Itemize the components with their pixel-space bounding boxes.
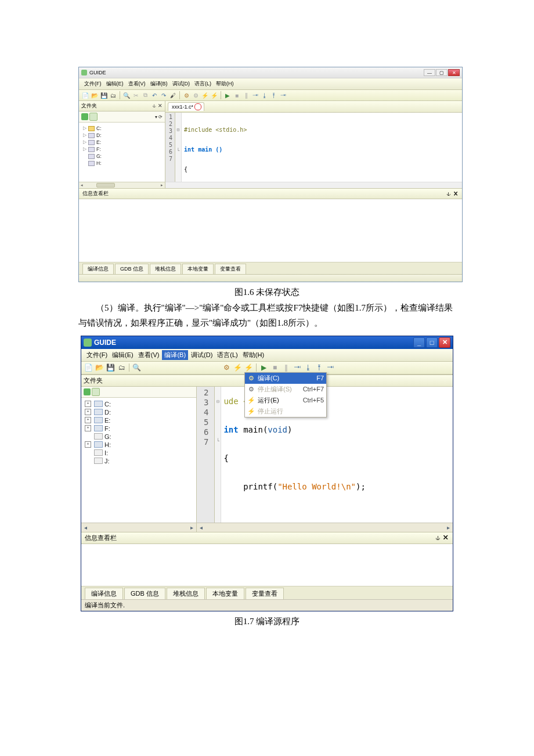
- cloud-icon[interactable]: [92, 388, 100, 396]
- drive-tree[interactable]: +C: +D: +E: +F: G: +H: I: J:: [81, 398, 196, 523]
- cloud-icon[interactable]: [89, 113, 98, 121]
- sidebar-scrollbar[interactable]: ◂▸: [81, 523, 196, 532]
- minimize-button[interactable]: _: [413, 337, 425, 348]
- menu-help[interactable]: 帮助(H): [241, 350, 266, 360]
- menu-language[interactable]: 语言(L): [193, 80, 213, 88]
- maximize-button[interactable]: ▢: [436, 69, 448, 76]
- build-menu-dropdown[interactable]: ⚙ 编译(C) F7 ⚙ 停止编译(S) Ctrl+F7 ⚡ 运行(E) Ctr…: [244, 372, 327, 417]
- editor-scrollbar[interactable]: ◂▸: [197, 523, 453, 532]
- menu-bar[interactable]: 文件(F) 编辑(E) 查看(V) 编译(B) 调试(D) 语言(L) 帮助(H…: [79, 78, 462, 90]
- menu-item-stop-run: ⚡ 停止运行: [245, 406, 326, 417]
- window-title: GUIDE: [89, 70, 106, 75]
- fold-gutter[interactable]: ⊟└: [175, 113, 182, 182]
- open-folder-icon[interactable]: 📂: [91, 91, 99, 99]
- sidebar-title: 文件夹: [81, 102, 97, 110]
- save-icon[interactable]: 💾: [106, 363, 116, 373]
- redo-icon[interactable]: ↷: [160, 91, 168, 99]
- window-titlebar[interactable]: GUIDE — ▢ ✕: [79, 67, 462, 78]
- dropdown-arrow-icon[interactable]: ▾: [155, 114, 157, 120]
- step-into-icon[interactable]: ⭳: [261, 91, 269, 99]
- tab-stack-info[interactable]: 堆栈信息: [150, 264, 181, 274]
- save-icon[interactable]: 💾: [100, 91, 108, 99]
- new-file-icon[interactable]: 📄: [84, 363, 93, 373]
- menu-file[interactable]: 文件(F): [82, 80, 103, 88]
- menu-view[interactable]: 查看(V): [136, 350, 161, 360]
- stop-compile-icon[interactable]: ⚙: [192, 91, 200, 99]
- play-icon[interactable]: ▶: [223, 91, 232, 99]
- editor-scrollbar[interactable]: [165, 182, 462, 188]
- tab-compile-info[interactable]: 编译信息: [82, 264, 114, 274]
- step-out-icon[interactable]: ⭱: [270, 91, 278, 99]
- tab-local-vars[interactable]: 本地变量: [206, 588, 244, 599]
- window-titlebar[interactable]: GUIDE _ □ ✕: [81, 336, 453, 349]
- search-icon[interactable]: 🔍: [122, 91, 131, 99]
- stop-icon[interactable]: ■: [270, 363, 280, 373]
- code-area[interactable]: #include <stdio.h> int main () { printf(…: [182, 113, 272, 182]
- open-folder-icon[interactable]: 📂: [95, 363, 104, 373]
- menu-item-run[interactable]: ⚡ 运行(E) Ctrl+F5: [245, 395, 326, 406]
- cut-icon[interactable]: ✂: [132, 91, 140, 99]
- tab-compile-info[interactable]: 编译信息: [85, 588, 123, 599]
- menu-debug[interactable]: 调试(D): [171, 80, 192, 88]
- step-over-icon[interactable]: ⭲: [292, 363, 302, 373]
- pause-icon[interactable]: ‖: [281, 363, 291, 373]
- close-button[interactable]: ✕: [439, 337, 450, 348]
- save-all-icon[interactable]: 🗂: [117, 363, 127, 373]
- tab-watch-vars[interactable]: 变量查看: [246, 588, 284, 599]
- gear-icon: ⚙: [247, 386, 255, 393]
- menu-edit[interactable]: 编辑(E): [110, 350, 135, 360]
- tab-watch-vars[interactable]: 变量查看: [215, 264, 246, 274]
- step-into-icon[interactable]: ⭳: [303, 363, 313, 373]
- menu-debug[interactable]: 调试(D): [189, 350, 214, 360]
- sidebar-pin-close[interactable]: ⫝ ✕: [152, 103, 163, 109]
- run-icon[interactable]: ⚡: [201, 91, 209, 99]
- sidebar-scrollbar[interactable]: ◂▸: [79, 182, 165, 188]
- app-icon: [81, 70, 87, 75]
- stop-run-icon[interactable]: ⚡: [244, 363, 254, 373]
- step-out-icon[interactable]: ⭱: [314, 363, 324, 373]
- compile-icon[interactable]: ⚙: [222, 363, 232, 373]
- minimize-button[interactable]: —: [424, 69, 435, 76]
- pause-icon[interactable]: ‖: [242, 91, 250, 99]
- menu-bar[interactable]: 文件(F) 编辑(E) 查看(V) 编译(B) 调试(D) 语言(L) 帮助(H…: [81, 349, 453, 362]
- tab-local-vars[interactable]: 本地变量: [182, 264, 214, 274]
- go-icon[interactable]: [84, 388, 91, 395]
- drive-tree[interactable]: ▷C: ▷D: ▷E: ▷F: G: H:: [79, 123, 165, 182]
- undo-icon[interactable]: ↶: [150, 91, 158, 99]
- menu-edit[interactable]: 编辑(E): [104, 80, 125, 88]
- close-button[interactable]: ✕: [448, 69, 460, 76]
- play-icon[interactable]: ▶: [259, 363, 269, 373]
- maximize-button[interactable]: □: [426, 337, 438, 348]
- refresh-icon[interactable]: ⟳: [158, 114, 163, 120]
- tab-gdb-info[interactable]: GDB 信息: [115, 264, 149, 274]
- menu-language[interactable]: 语言(L): [215, 350, 239, 360]
- info-pin-close[interactable]: ⫝ ✕: [435, 534, 449, 541]
- menu-item-compile[interactable]: ⚙ 编译(C) F7: [245, 373, 326, 384]
- search-icon[interactable]: 🔍: [132, 363, 142, 373]
- run-to-cursor-icon[interactable]: ⭲: [279, 91, 287, 99]
- menu-file[interactable]: 文件(F): [85, 350, 109, 360]
- menu-build[interactable]: 编译(B): [149, 80, 169, 88]
- fold-gutter[interactable]: ⊟└: [215, 387, 221, 523]
- menu-build[interactable]: 编译(B): [162, 350, 188, 360]
- compile-icon[interactable]: ⚙: [182, 91, 190, 99]
- stop-icon[interactable]: ■: [233, 91, 241, 99]
- menu-view[interactable]: 查看(V): [127, 80, 147, 88]
- info-pin-close[interactable]: ⫝ ✕: [446, 191, 459, 197]
- tab-stack-info[interactable]: 堆栈信息: [167, 588, 205, 599]
- step-over-icon[interactable]: ⭲: [251, 91, 259, 99]
- menu-help[interactable]: 帮助(H): [214, 80, 236, 88]
- stop-run-icon[interactable]: ⚡: [210, 91, 218, 99]
- editor-tab[interactable]: xxx1-1.c*: [168, 102, 204, 111]
- run-to-cursor-icon[interactable]: ⭲: [325, 363, 335, 373]
- tab-gdb-info[interactable]: GDB 信息: [124, 588, 165, 599]
- run-icon[interactable]: ⚡: [233, 363, 243, 373]
- editor-tab-label: xxx1-1.c*: [172, 104, 193, 110]
- save-all-icon[interactable]: 🗂: [109, 91, 117, 99]
- go-icon[interactable]: [81, 113, 88, 120]
- line-gutter: 234567: [197, 387, 215, 523]
- paint-icon[interactable]: 🖌: [169, 91, 177, 99]
- info-panel-tabs: 编译信息 GDB 信息 堆栈信息 本地变量 变量查看: [79, 262, 462, 274]
- new-file-icon[interactable]: 📄: [81, 91, 89, 99]
- copy-icon[interactable]: ⧉: [141, 91, 149, 99]
